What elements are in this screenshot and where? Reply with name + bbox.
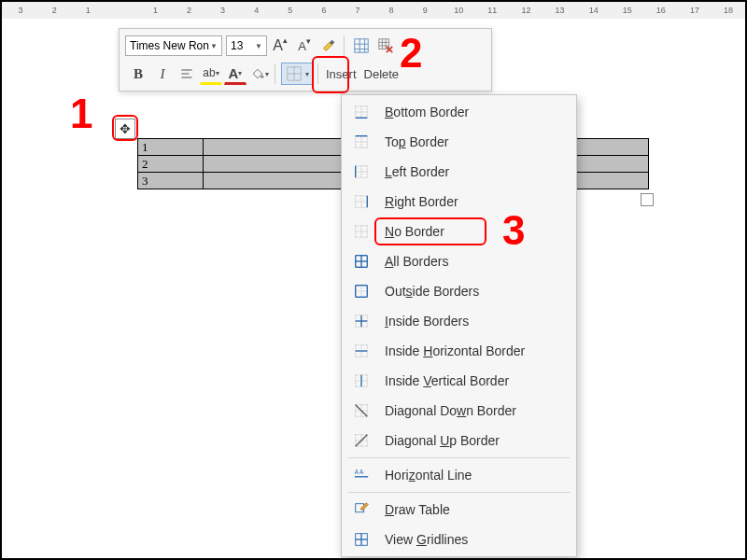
table-cell[interactable]: 2 [138, 156, 204, 173]
table-new-icon [353, 37, 370, 54]
shading-button[interactable]: ▾ [248, 63, 271, 85]
borders-menu: Bottom BorderTop BorderLeft BorderRight … [341, 94, 577, 557]
menu-item-all[interactable]: All Borders [342, 246, 576, 276]
ruler-mark: 14 [577, 6, 611, 15]
dd-icon [351, 400, 372, 421]
font-size-value: 13 [231, 39, 243, 52]
menu-item-h[interactable]: Inside Horizontal Border [342, 336, 576, 366]
ruler-mark: 2 [172, 6, 205, 15]
menu-item-in[interactable]: Inside Borders [342, 306, 576, 336]
ruler-mark: 17 [678, 6, 712, 15]
bold-button[interactable]: B [127, 63, 149, 85]
menu-item-none[interactable]: No Border [342, 217, 576, 246]
ruler-mark: 8 [374, 6, 408, 15]
du-icon [351, 430, 372, 451]
ruler-mark: 3 [4, 6, 37, 15]
font-color-button[interactable]: A▾ [224, 63, 247, 85]
border-icon [286, 65, 303, 82]
table-delete-icon [377, 37, 394, 54]
menu-item-label: Inside Horizontal Border [385, 343, 525, 358]
menu-item-label: Outside Borders [385, 284, 479, 299]
annotation-1: 1 [70, 91, 92, 137]
svg-point-2 [261, 76, 263, 78]
table-resize-handle[interactable] [641, 193, 654, 206]
ruler-mark: 18 [712, 6, 745, 15]
left-border-icon [353, 163, 370, 180]
svg-line-95 [356, 435, 368, 447]
font-size-combo[interactable]: 13 ▼ [226, 35, 267, 56]
menu-item-out[interactable]: Outside Borders [342, 276, 576, 306]
menu-item-draw[interactable]: Draw Table [342, 495, 576, 525]
menu-item-hl[interactable]: A AHorizontal Line [342, 460, 576, 490]
ruler-mark: 12 [509, 6, 543, 15]
bottom-icon [351, 102, 372, 122]
none-icon [351, 221, 372, 242]
annotation-2: 2 [400, 30, 422, 77]
h-icon [351, 341, 372, 361]
table-move-handle[interactable]: ✥ [115, 119, 135, 139]
mini-toolbar: Times New Ron ▼ 13 ▼ A▴ A▾ B I ab▾ A▾ [119, 28, 492, 91]
ruler-mark: 7 [341, 6, 374, 15]
italic-button[interactable]: I [151, 63, 174, 85]
grid-border-icon [353, 531, 370, 548]
borders-button[interactable]: ▾ [281, 63, 314, 85]
increase-font-button[interactable]: A▴ [269, 35, 291, 57]
highlight-button[interactable]: ab▾ [200, 63, 222, 85]
delete-button[interactable]: Delete [360, 67, 403, 81]
dd-border-icon [353, 402, 370, 419]
h-border-icon [353, 343, 370, 359]
font-name-combo[interactable]: Times New Ron ▼ [125, 35, 222, 56]
ruler-mark: 6 [307, 6, 341, 15]
all-border-icon [353, 253, 370, 270]
insert-button[interactable]: Insert [322, 67, 360, 81]
top-border-icon [353, 133, 370, 150]
table-cell[interactable]: 3 [138, 173, 204, 189]
out-border-icon [353, 283, 370, 300]
ruler-mark: 2 [37, 6, 71, 15]
menu-item-label: Draw Table [385, 502, 450, 517]
menu-item-v[interactable]: Inside Vertical Border [342, 366, 576, 396]
menu-item-label: Right Border [385, 194, 458, 209]
menu-item-bottom[interactable]: Bottom Border [342, 97, 576, 127]
menu-item-label: Diagonal Up Border [385, 433, 500, 448]
decrease-font-button[interactable]: A▾ [293, 35, 316, 57]
du-border-icon [353, 432, 370, 449]
menu-item-left[interactable]: Left Border [342, 157, 576, 187]
ruler-mark: 9 [408, 6, 442, 15]
out-icon [351, 281, 372, 301]
left-icon [351, 161, 372, 182]
ruler-mark: 5 [274, 6, 307, 15]
menu-item-grid[interactable]: View Gridlines [342, 525, 576, 554]
menu-item-dd[interactable]: Diagonal Down Border [342, 396, 576, 426]
ruler-mark: 11 [475, 6, 509, 15]
menu-item-top[interactable]: Top Border [342, 127, 576, 157]
top-icon [351, 132, 372, 152]
delete-table-button[interactable] [374, 35, 397, 57]
svg-rect-0 [355, 39, 368, 52]
bottom-border-icon [353, 104, 370, 120]
menu-item-label: Left Border [385, 164, 449, 179]
draw-border-icon [353, 501, 370, 518]
menu-item-label: Inside Borders [385, 314, 469, 329]
table-cell[interactable]: 1 [138, 139, 204, 156]
format-painter-button[interactable] [317, 35, 340, 57]
right-border-icon [353, 193, 370, 210]
chevron-down-icon: ▼ [255, 42, 262, 50]
horizontal-ruler: 321123456789101112131415161718 [2, 2, 745, 19]
menu-item-label: All Borders [385, 254, 448, 269]
ruler-mark: 1 [138, 6, 172, 15]
hl-border-icon: A A [353, 467, 370, 483]
in-border-icon [353, 313, 370, 329]
new-table-button[interactable] [350, 35, 373, 57]
ruler-mark: 1 [71, 6, 105, 15]
ruler-mark: 4 [240, 6, 274, 15]
align-icon [179, 66, 194, 81]
menu-item-du[interactable]: Diagonal Up Border [342, 426, 576, 455]
align-button[interactable] [176, 63, 198, 85]
menu-item-label: Diagonal Down Border [385, 403, 516, 418]
menu-item-right[interactable]: Right Border [342, 187, 576, 217]
hl-icon: A A [351, 465, 372, 485]
menu-item-label: Top Border [385, 134, 449, 149]
brush-icon [320, 37, 337, 54]
draw-icon [351, 499, 372, 520]
